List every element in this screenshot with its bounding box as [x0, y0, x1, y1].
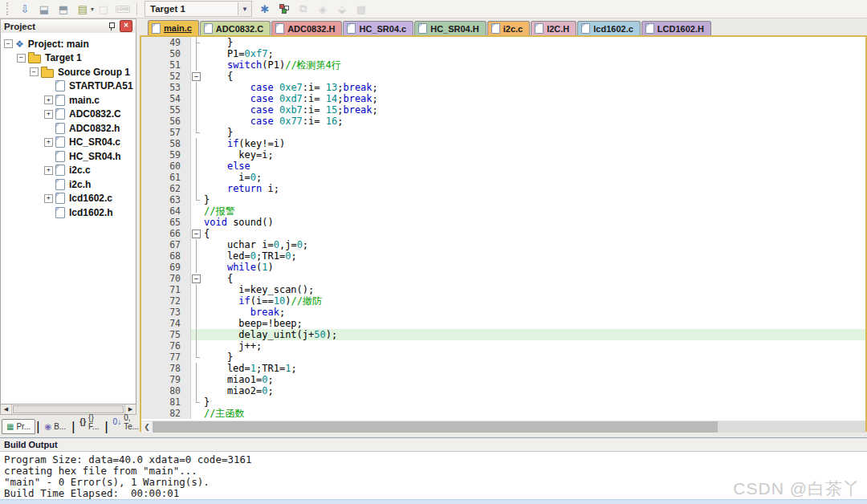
expander-icon[interactable]: + — [44, 138, 53, 147]
code-line-body[interactable]: case 0xe7:i= 13;break; — [191, 82, 865, 93]
scroll-thumb[interactable] — [153, 421, 718, 433]
code-line[interactable]: 74 beep=!beep; — [141, 318, 865, 329]
code-line-body[interactable]: uchar i=0,j=0; — [191, 239, 865, 250]
translate-file-icon[interactable]: ⇩ — [17, 2, 33, 16]
manage-project-items-icon[interactable] — [276, 2, 292, 16]
editor-hscrollbar[interactable]: ❮ — [141, 421, 865, 433]
code-line[interactable]: 57 } — [141, 127, 865, 138]
code-line-body[interactable]: miao1=0; — [191, 374, 865, 385]
code-line[interactable]: 76 j++; — [141, 340, 865, 352]
workspace-tab-pr[interactable]: ▦Pr... — [2, 419, 35, 434]
tree-item-adc0832-c[interactable]: +ADC0832.C — [1, 108, 136, 122]
editor-tab-hc-sr04-h[interactable]: HC_SR04.H — [414, 21, 486, 35]
code-line-body[interactable]: if(i==10)//撤防 — [191, 295, 865, 307]
code-line[interactable]: 60 else — [141, 161, 865, 172]
code-line[interactable]: 54 case 0xd7:i= 14;break; — [141, 93, 865, 104]
editor-tab-i2c-h[interactable]: I2C.H — [531, 21, 576, 35]
options-for-target-icon[interactable]: ✱ — [257, 2, 273, 16]
code-line[interactable]: 72 if(i==10)//撤防 — [141, 295, 865, 307]
code-line-body[interactable]: j++; — [191, 340, 865, 352]
editor-tab-hc-sr04-c[interactable]: HC_SR04.c — [343, 21, 413, 35]
code-line[interactable]: 78 led=1;TR1=1; — [141, 363, 865, 374]
expander-icon[interactable]: + — [44, 194, 53, 203]
close-icon[interactable]: ✕ — [120, 20, 132, 32]
code-line-body[interactable]: } — [191, 352, 865, 363]
workspace-tab-0-te[interactable]: 0↓0, Te... — [108, 410, 144, 434]
code-line[interactable]: 68 led=0;TR1=0; — [141, 250, 865, 262]
code-line-body[interactable]: while(1) — [191, 262, 865, 273]
code-line-body[interactable]: } — [191, 127, 865, 138]
code-line[interactable]: 53 case 0xe7:i= 13;break; — [141, 82, 865, 93]
code-line-body[interactable]: switch(P1)//检测第4行 — [191, 59, 865, 71]
fold-collapse-icon[interactable] — [191, 273, 201, 284]
code-line[interactable]: 71 i=key_scan(); — [141, 284, 865, 295]
tree-item-startup-a51[interactable]: STARTUP.A51 — [1, 79, 136, 94]
workspace-tab-b[interactable]: ◉B... — [39, 419, 71, 434]
code-line-body[interactable]: i=key_scan(); — [191, 284, 865, 295]
pin-icon[interactable] — [108, 22, 115, 30]
code-line[interactable]: 50 P1=0xf7; — [141, 48, 865, 59]
editor-tab-adc0832-h[interactable]: ADC0832.H — [271, 21, 342, 35]
code-line-body[interactable]: { — [191, 71, 865, 82]
code-line[interactable]: 66{ — [141, 228, 865, 239]
code-line[interactable]: 55 case 0xb7:i= 15;break; — [141, 104, 865, 116]
code-line[interactable]: 65void sound() — [141, 217, 865, 228]
scroll-left-icon[interactable]: ◀ — [1, 404, 12, 414]
code-line-body[interactable]: } — [191, 37, 865, 48]
code-line[interactable]: 52 { — [141, 71, 865, 82]
code-line[interactable]: 75 delay_uint(j+50); — [141, 329, 865, 340]
code-line-body[interactable]: led=0;TR1=0; — [191, 250, 865, 262]
code-line[interactable]: 69 while(1) — [141, 262, 865, 273]
code-line-body[interactable]: i=0; — [191, 172, 865, 183]
fold-collapse-icon[interactable] — [191, 71, 201, 82]
code-line[interactable]: 67 uchar i=0,j=0; — [141, 239, 865, 250]
workspace-tab-f[interactable]: {}{} F... — [75, 410, 104, 434]
code-line-body[interactable]: void sound() — [191, 217, 865, 228]
expander-icon[interactable]: − — [4, 39, 13, 48]
code-line[interactable]: 70 { — [141, 273, 865, 284]
batch-build-icon[interactable]: ▤ — [75, 2, 91, 16]
tree-item-i2c-h[interactable]: i2c.h — [1, 177, 136, 192]
code-line[interactable]: 79 miao1=0; — [141, 374, 865, 385]
code-line-body[interactable]: led=1;TR1=1; — [191, 363, 865, 374]
code-line-body[interactable]: return i; — [191, 183, 865, 194]
code-line-body[interactable]: { — [191, 228, 865, 239]
expander-icon[interactable]: + — [44, 166, 53, 175]
chevron-down-icon[interactable]: ▾ — [91, 6, 94, 13]
code-line[interactable]: 73 break; — [141, 307, 865, 318]
code-line[interactable]: 77 } — [141, 352, 865, 363]
tree-item-source-group-1[interactable]: −Source Group 1 — [1, 65, 136, 79]
code-line-body[interactable]: beep=!beep; — [191, 318, 865, 329]
target-select[interactable]: Target 1 ▼ — [144, 1, 252, 17]
tree-item-hc-sr04-h[interactable]: HC_SR04.h — [1, 149, 136, 164]
code-line-body[interactable]: case 0xb7:i= 15;break; — [191, 104, 865, 116]
fold-collapse-icon[interactable] — [191, 228, 201, 239]
editor-tab-main-c[interactable]: main.c — [148, 20, 199, 35]
code-line[interactable]: 64//报警 — [141, 205, 865, 217]
toolbar-grip[interactable] — [6, 2, 10, 15]
code-line-body[interactable]: key=i; — [191, 149, 865, 161]
tree-item-hc-sr04-c[interactable]: +HC_SR04.c — [1, 136, 136, 150]
code-line-body[interactable]: P1=0xf7; — [191, 48, 865, 59]
editor-tab-i2c-c[interactable]: i2c.c — [487, 21, 530, 35]
chevron-down-icon[interactable]: ▼ — [238, 2, 251, 15]
expander-icon[interactable]: − — [17, 54, 26, 63]
code-line[interactable]: 58 if(key!=i) — [141, 138, 865, 149]
code-line-body[interactable]: //报警 — [191, 205, 865, 217]
editor-tab-adc0832-c[interactable]: ADC0832.C — [200, 21, 271, 35]
code-line[interactable]: 59 key=i; — [141, 149, 865, 161]
code-line-body[interactable]: delay_uint(j+50); — [191, 329, 865, 340]
code-line[interactable]: 61 i=0; — [141, 172, 865, 183]
tree-item-lcd1602-c[interactable]: +lcd1602.c — [1, 192, 136, 206]
code-line[interactable]: 49 } — [141, 37, 865, 48]
tree-item-i2c-c[interactable]: +i2c.c — [1, 164, 136, 178]
rebuild-all-icon[interactable]: ⬒ — [55, 2, 71, 16]
editor-tab-lcd1602-h[interactable]: LCD1602.H — [641, 21, 711, 35]
code-line-body[interactable]: } — [191, 396, 865, 408]
code-line-body[interactable]: miao2=0; — [191, 385, 865, 396]
code-line-body[interactable]: else — [191, 161, 865, 172]
code-line[interactable]: 56 case 0x77:i= 16; — [141, 116, 865, 127]
code-line-body[interactable]: if(key!=i) — [191, 138, 865, 149]
code-view[interactable]: 49 }50 P1=0xf7;51 switch(P1)//检测第4行52 {5… — [141, 37, 865, 421]
scroll-thumb[interactable] — [13, 405, 124, 413]
